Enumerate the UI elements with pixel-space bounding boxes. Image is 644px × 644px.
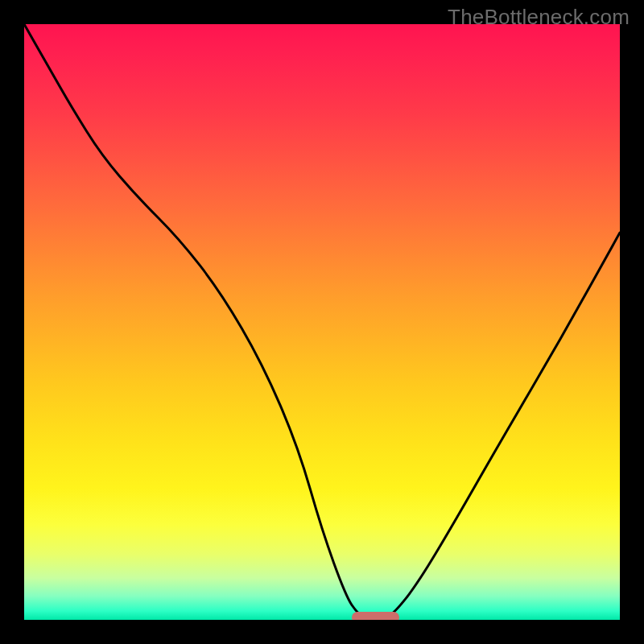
watermark-text: TheBottleneck.com [448, 5, 630, 30]
chart-frame: TheBottleneck.com [0, 0, 644, 644]
valley-marker-pill [352, 612, 399, 620]
plot-area [24, 24, 620, 620]
bottleneck-curve [24, 24, 620, 620]
curve-path [24, 24, 620, 620]
